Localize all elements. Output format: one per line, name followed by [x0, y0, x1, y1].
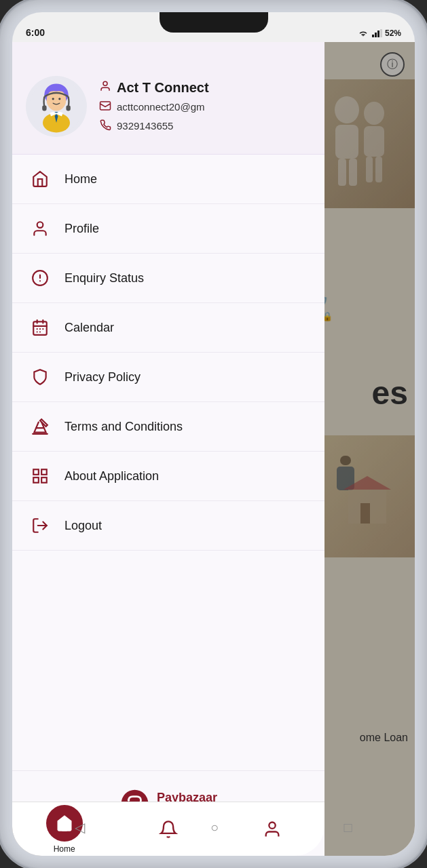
drawer-header: Act T Connect acttconnect20@gm [12, 42, 324, 155]
svg-rect-44 [41, 469, 47, 475]
phone-icon [99, 119, 111, 134]
recents-button[interactable]: □ [344, 820, 352, 835]
menu-item-privacy[interactable]: Privacy Policy [12, 353, 324, 402]
user-phone-row: 9329143655 [99, 119, 209, 134]
avatar-svg [29, 79, 83, 134]
notch [160, 12, 268, 33]
menu-label-logout: Logout [64, 519, 102, 533]
side-drawer: Act T Connect acttconnect20@gm [12, 42, 324, 856]
shield-icon [29, 366, 51, 388]
svg-rect-2 [377, 31, 379, 37]
gavel-icon [29, 416, 51, 437]
menu-label-enquiry: Enquiry Status [64, 271, 144, 285]
grid-icon [29, 465, 51, 487]
menu-label-home: Home [64, 172, 97, 186]
menu-item-profile[interactable]: Profile [12, 204, 324, 254]
status-icons: 52% [358, 28, 401, 38]
user-name-row: Act T Connect [99, 80, 209, 96]
menu-item-home[interactable]: Home [12, 155, 324, 204]
home-icon [29, 168, 51, 190]
menu-item-terms[interactable]: Terms and Conditions [12, 402, 324, 452]
profile-icon [29, 218, 51, 239]
status-time: 6:00 [26, 27, 45, 38]
menu-item-about[interactable]: About Application [12, 452, 324, 501]
battery-text: 52% [385, 28, 401, 38]
svg-rect-46 [41, 477, 47, 483]
screen: 6:00 52% [12, 12, 415, 856]
user-phone: 9329143655 [117, 120, 173, 132]
main-content: ⓘ 💰 [12, 42, 415, 856]
avatar [26, 76, 87, 137]
menu-item-enquiry[interactable]: Enquiry Status [12, 254, 324, 303]
menu-item-logout[interactable]: Logout [12, 501, 324, 551]
menu-label-profile: Profile [64, 222, 99, 236]
svg-rect-0 [372, 35, 374, 37]
svg-point-29 [37, 222, 43, 228]
svg-point-23 [52, 98, 54, 100]
menu-label-terms: Terms and Conditions [64, 420, 183, 434]
svg-point-27 [103, 81, 107, 85]
enquiry-icon [29, 267, 51, 289]
menu-label-privacy: Privacy Policy [64, 370, 141, 384]
user-email: acttconnect20@gm [117, 101, 204, 113]
svg-rect-28 [100, 102, 111, 110]
svg-rect-1 [375, 33, 377, 37]
phone-bottom-bar: ◁ ○ □ [12, 819, 415, 835]
svg-rect-45 [33, 477, 39, 483]
email-icon [99, 100, 111, 115]
signal-icon [371, 29, 382, 37]
svg-rect-43 [33, 469, 39, 475]
wifi-icon [358, 29, 369, 37]
user-email-row: acttconnect20@gm [99, 100, 209, 115]
menu-label-calendar: Calendar [64, 321, 114, 335]
nav-home-label: Home [54, 844, 75, 854]
menu-label-about: About Application [64, 469, 159, 484]
person-icon [99, 80, 111, 95]
home-gesture[interactable]: ○ [210, 820, 219, 835]
drawer-menu: Home Profile [12, 155, 324, 770]
phone-frame: 6:00 52% [0, 0, 427, 868]
user-name: Act T Connect [117, 80, 209, 96]
svg-rect-3 [380, 29, 382, 37]
logout-icon [29, 515, 51, 536]
back-button[interactable]: ◁ [75, 819, 85, 835]
user-info: Act T Connect acttconnect20@gm [99, 80, 209, 134]
svg-point-24 [58, 98, 60, 100]
menu-item-calendar[interactable]: Calendar [12, 303, 324, 353]
svg-rect-26 [66, 105, 70, 111]
calendar-icon [29, 317, 51, 338]
svg-rect-25 [42, 105, 46, 111]
